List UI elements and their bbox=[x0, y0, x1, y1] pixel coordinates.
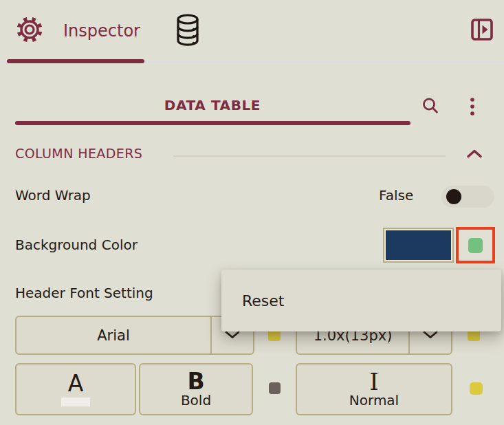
picker-color-preview bbox=[468, 238, 483, 253]
bold-icon: B bbox=[187, 370, 204, 393]
search-icon bbox=[420, 107, 441, 120]
font-weight-binding-swatch[interactable] bbox=[269, 382, 281, 394]
background-color-swatch[interactable] bbox=[383, 228, 454, 263]
section-header-column-headers: COLUMN HEADERS bbox=[15, 146, 142, 161]
section-divider bbox=[173, 155, 446, 157]
word-wrap-toggle[interactable] bbox=[441, 186, 494, 208]
tab-inspector[interactable]: Inspector bbox=[15, 15, 140, 47]
tab-database[interactable] bbox=[172, 12, 204, 51]
section-collapse-button[interactable] bbox=[466, 149, 483, 162]
search-button[interactable] bbox=[420, 96, 441, 120]
font-color-letter: A bbox=[68, 372, 84, 395]
inspector-panel: Inspector bbox=[0, 0, 504, 425]
context-menu: Reset bbox=[221, 270, 501, 331]
color-picker-button[interactable] bbox=[456, 227, 495, 263]
menu-item-reset[interactable]: Reset bbox=[242, 292, 284, 309]
font-color-bar bbox=[61, 397, 90, 406]
collapse-panel-icon bbox=[470, 31, 494, 44]
font-style-button[interactable]: I Normal bbox=[296, 363, 452, 415]
page-title: DATA TABLE bbox=[14, 97, 411, 113]
font-family-dropdown[interactable]: Arial bbox=[15, 316, 254, 355]
gear-icon bbox=[15, 15, 44, 47]
font-weight-button[interactable]: B Bold bbox=[139, 363, 253, 415]
active-tab-indicator bbox=[7, 59, 144, 63]
header-font-setting-label: Header Font Setting bbox=[15, 285, 153, 301]
word-wrap-value: False bbox=[379, 187, 413, 204]
title-underline bbox=[15, 121, 410, 125]
collapse-panel-button[interactable] bbox=[470, 18, 494, 44]
toggle-knob bbox=[446, 189, 461, 204]
database-icon bbox=[172, 38, 204, 51]
tab-bar: Inspector bbox=[0, 0, 504, 61]
font-weight-value: Bold bbox=[181, 393, 211, 408]
kebab-menu-icon bbox=[469, 108, 476, 121]
background-color-label: Background Color bbox=[15, 237, 138, 253]
italic-icon: I bbox=[369, 370, 378, 393]
chevron-up-icon bbox=[466, 149, 483, 162]
word-wrap-label: Word Wrap bbox=[15, 187, 91, 204]
more-options-button[interactable] bbox=[466, 96, 479, 121]
font-style-binding-swatch[interactable] bbox=[470, 382, 483, 395]
tab-inspector-label: Inspector bbox=[63, 21, 140, 41]
font-color-button[interactable]: A bbox=[15, 363, 136, 415]
font-style-value: Normal bbox=[349, 393, 399, 408]
font-family-value: Arial bbox=[17, 317, 210, 353]
